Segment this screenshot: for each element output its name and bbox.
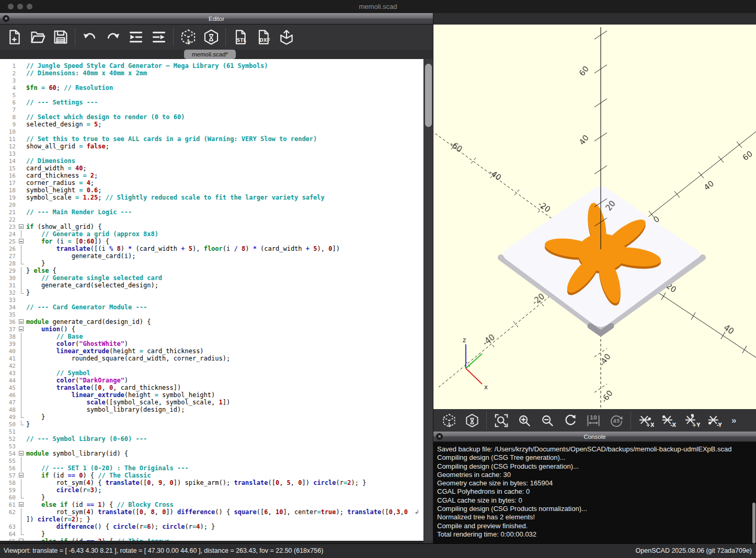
code-line: 51: [0, 428, 423, 435]
indent-button[interactable]: [147, 26, 170, 48]
code-line: 13: [0, 150, 423, 157]
code-line: 46 linear_extrude(height = symbol_height…: [0, 391, 423, 399]
toolbar-separator: [225, 28, 226, 46]
viewport-3d[interactable]: 20 40 20 40 60 -20 -40 -60 -20 -40 -40 -…: [433, 25, 756, 409]
code-line: 41 rounded_square(card_width, corner_rad…: [0, 355, 423, 362]
viewport-toolbar: » 10 45 +X -X +Y -Y »: [433, 409, 756, 432]
code-line: 32}: [0, 289, 423, 296]
code-line: 23if (show_all_grid) {: [0, 223, 423, 230]
toolbar-separator: [75, 28, 76, 46]
svg-text:-Y: -Y: [717, 422, 723, 428]
reset-view-button[interactable]: [559, 410, 582, 431]
svg-text:+X: +X: [646, 422, 654, 428]
code-editor[interactable]: 1// Jungle Speed Style Card Generator – …: [0, 59, 423, 541]
console-line: Compiling design (CSG Products normaliza…: [437, 505, 756, 513]
view-plus-x-button[interactable]: +X: [634, 410, 657, 431]
code-line: 31 generate_card(selected_design);: [0, 282, 423, 289]
save-file-button[interactable]: [49, 26, 72, 48]
code-line: 2// Dimensions: 40mm x 40mm x 2mm: [0, 69, 423, 77]
zoom-in-icon: [517, 413, 532, 428]
close-icon[interactable]: ✕: [436, 433, 443, 440]
code-line: 22: [0, 216, 423, 223]
code-line: 11// Set this to true to see ALL cards i…: [0, 135, 423, 143]
code-line: 38 // Base: [0, 333, 423, 340]
zoom-all-icon: [494, 413, 509, 428]
console-line: Geometries in cache: 30: [437, 471, 756, 479]
zoom-all-button[interactable]: [490, 410, 513, 431]
code-line: 16card_thickness = 2;: [0, 172, 423, 179]
undo-button[interactable]: [78, 26, 101, 48]
svg-text:DXF: DXF: [259, 38, 270, 43]
tab-memoli-scad[interactable]: memoli.scad*: [184, 50, 236, 59]
editor-scrollbar-thumb[interactable]: [425, 64, 432, 127]
view-minus-x-button[interactable]: -X: [657, 410, 680, 431]
code-line: 25 for (i = [0:60]) {: [0, 238, 423, 245]
svg-text:45: 45: [613, 417, 620, 423]
new-file-button[interactable]: [3, 26, 26, 48]
render-button[interactable]: [200, 26, 223, 48]
code-line: 3: [0, 77, 423, 84]
view-distance-button[interactable]: 10: [582, 410, 605, 431]
code-line: 26 translate([(i % 8) * (card_width + 5)…: [0, 245, 423, 252]
toolbar-separator: [173, 28, 174, 46]
open-file-button[interactable]: [26, 26, 49, 48]
code-line: 27 generate_card(i);: [0, 252, 423, 260]
code-line: 54module symbol_library(id) {: [0, 450, 423, 457]
code-line: 17corner_radius = 4;: [0, 179, 423, 187]
axis-view-icon: -Y: [706, 412, 723, 429]
preview-button-viewport[interactable]: »: [438, 410, 461, 431]
console-line: Compile and preview finished.: [437, 522, 756, 530]
code-line: 30 // Generate single selected card: [0, 274, 423, 282]
code-line: 4$fn = 60; // Resolution: [0, 84, 423, 91]
code-line: 33: [0, 296, 423, 304]
code-line: 50}: [0, 421, 423, 428]
toolbar-separator: [486, 412, 487, 429]
preview-button[interactable]: »: [177, 26, 200, 48]
preview-cube-icon: »: [179, 28, 197, 46]
export-dxf-button[interactable]: DXF: [252, 26, 275, 48]
viewport-status-text: Viewport: translate = [ -6.43 4.30 8.21 …: [4, 547, 323, 554]
code-line: 42: [0, 362, 423, 369]
render-button-viewport[interactable]: [461, 410, 484, 431]
zoom-out-button[interactable]: [536, 410, 559, 431]
code-line: 61 else if (id == 1) { // Blocky Cross: [0, 501, 423, 508]
code-line: 8// Select which design to render (0 to …: [0, 113, 423, 121]
code-line: 44 color("DarkOrange"): [0, 377, 423, 384]
axis-view-icon: +Y: [683, 412, 700, 429]
render-cube-icon: [202, 28, 220, 46]
rotate-45-button[interactable]: 45: [605, 410, 628, 431]
toolbar-separator: [631, 412, 632, 429]
editor-tab-bar: memoli.scad*: [0, 50, 433, 59]
code-line: 39 color("GhostWhite"): [0, 340, 423, 347]
code-line: 52// --- Symbol Library (0-60) ---: [0, 435, 423, 443]
editor-panel-header: ✕ Editor: [0, 13, 433, 25]
close-icon[interactable]: ✕: [3, 15, 9, 22]
unindent-button[interactable]: [124, 26, 147, 48]
code-line: 34// --- Card Generator Module ---: [0, 304, 423, 311]
code-line: 36module generate_card(design_id) {: [0, 318, 423, 326]
export-stl-icon: STL: [232, 29, 249, 45]
toolbar-overflow-button[interactable]: »: [731, 415, 736, 426]
code-line: 35: [0, 311, 423, 318]
console-scrollbar-thumb[interactable]: [752, 503, 755, 543]
export-stl-button[interactable]: STL: [229, 26, 252, 48]
indent-icon: [151, 29, 167, 45]
redo-button[interactable]: [101, 26, 124, 48]
zoom-in-button[interactable]: [513, 410, 536, 431]
axis-view-icon: +X: [637, 412, 654, 429]
editor-pane: ✕ Editor » STL DXF memoli.scad* 1// Jung…: [0, 13, 433, 543]
svg-text:z: z: [463, 336, 466, 344]
view-plus-y-button[interactable]: +Y: [680, 410, 703, 431]
code-line: 53: [0, 443, 423, 450]
code-line: 59 circle(r=3);: [0, 486, 423, 494]
title-bar: memoli.scad: [0, 0, 756, 14]
export-3d-button[interactable]: [275, 26, 298, 48]
view-minus-y-button[interactable]: -Y: [703, 410, 726, 431]
editor-scrollbar-track[interactable]: [423, 59, 433, 541]
window-title: memoli.scad: [0, 0, 756, 13]
code-line: 62 rot_sym(4) translate([0, 8, 0]) diffe…: [0, 508, 423, 516]
code-line: 64 }: [0, 530, 423, 538]
code-line: 63 difference() { circle(r=6); circle(r=…: [0, 523, 423, 530]
code-line: 40 linear_extrude(height = card_thicknes…: [0, 347, 423, 355]
view-distance-icon: 10: [586, 413, 601, 428]
